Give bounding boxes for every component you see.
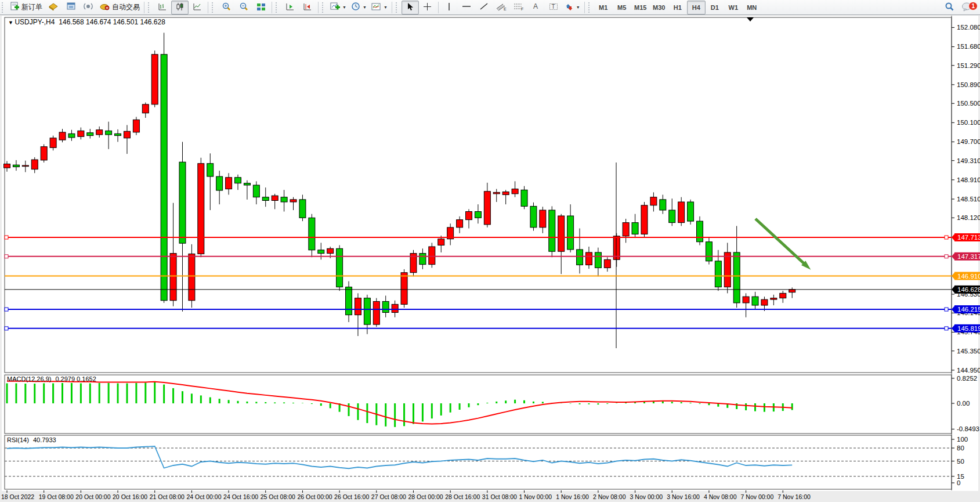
candle-body: [262, 197, 269, 201]
svg-text:18 Oct 2022: 18 Oct 2022: [1, 493, 34, 500]
candle-body: [678, 202, 685, 223]
svg-text:24 Oct 16:00: 24 Oct 16:00: [223, 493, 258, 500]
svg-text:148.510: 148.510: [957, 196, 980, 203]
svg-text:152.080: 152.080: [957, 24, 980, 31]
zoom-in-button[interactable]: [218, 1, 235, 15]
candle-body: [235, 178, 241, 183]
notifications-button[interactable]: 1: [958, 1, 975, 15]
period-button[interactable]: ▼: [349, 1, 369, 15]
main-toolbar: 新订单 自动交易: [0, 0, 980, 15]
data-window-icon: [66, 2, 76, 13]
autotrade-icon: [99, 2, 110, 13]
trendline-tool-button[interactable]: [475, 1, 493, 15]
text-tool-button[interactable]: A: [527, 1, 545, 15]
timeframe-mn-button[interactable]: MN: [743, 1, 761, 15]
bar-chart-mode-button[interactable]: [154, 1, 171, 15]
zoom-out-button[interactable]: [235, 1, 252, 15]
auto-scroll-button[interactable]: [299, 1, 316, 15]
timeframe-m15-button[interactable]: M15: [631, 1, 650, 15]
candle-body: [244, 183, 250, 185]
new-order-button[interactable]: 新订单: [8, 1, 45, 15]
data-window-button[interactable]: [62, 1, 79, 15]
candle-body: [318, 250, 324, 254]
candle-body: [632, 223, 638, 234]
candle-body: [724, 252, 731, 287]
svg-text:0: 0: [957, 479, 960, 486]
cursor-tool-button[interactable]: [402, 1, 419, 15]
candle-body: [475, 212, 481, 218]
chart-shift-button[interactable]: [281, 1, 299, 15]
candlestick-icon: [175, 2, 185, 13]
candle-body: [290, 200, 296, 202]
line-handle: [945, 236, 948, 239]
svg-text:146.628: 146.628: [957, 286, 980, 293]
candle-body: [706, 242, 712, 261]
horizontal-line-tool-button[interactable]: [458, 1, 475, 15]
line-handle: [5, 327, 8, 330]
candle-body: [604, 259, 610, 268]
candle-body: [585, 252, 592, 265]
svg-text:A: A: [533, 2, 538, 10]
timeframe-h4-button[interactable]: H4: [687, 1, 706, 15]
timeframe-d1-button[interactable]: D1: [706, 1, 724, 15]
timeframe-m1-button[interactable]: M1: [594, 1, 613, 15]
candle-body: [457, 220, 463, 227]
add-indicator-button[interactable]: ▼: [328, 1, 349, 15]
line-handle: [945, 327, 948, 330]
timeframe-h1-button[interactable]: H1: [668, 1, 687, 15]
candle-body: [549, 210, 555, 251]
price-badge: 147.317: [952, 252, 980, 261]
search-button[interactable]: [941, 1, 958, 15]
navigator-button[interactable]: [79, 1, 97, 15]
trendline-icon: [479, 2, 489, 12]
candle-body: [106, 131, 112, 135]
candlestick-mode-button[interactable]: [171, 1, 189, 15]
candle-body: [641, 205, 648, 234]
candle-body: [595, 252, 601, 268]
macd-indicator-label: MACD(12,26,9)0.2979 0.1652: [7, 375, 96, 382]
candle-body: [41, 147, 47, 160]
candle-body: [189, 254, 195, 300]
crosshair-tool-button[interactable]: [419, 1, 436, 15]
timeframe-m30-button[interactable]: M30: [650, 1, 668, 15]
svg-text:T: T: [551, 3, 555, 10]
price-badge: 145.819: [952, 324, 980, 333]
svg-text:145.819: 145.819: [957, 325, 980, 332]
svg-text:149.310: 149.310: [957, 157, 980, 164]
svg-text:7 Nov 00:00: 7 Nov 00:00: [741, 493, 774, 500]
candle-body: [207, 164, 214, 176]
candle-body: [337, 248, 343, 287]
autotrade-label: 自动交易: [112, 2, 140, 12]
svg-text:50: 50: [957, 458, 964, 465]
candle-body: [669, 210, 675, 223]
vertical-line-icon: [446, 2, 453, 13]
new-order-label: 新订单: [21, 2, 42, 12]
clock-icon: [351, 2, 360, 13]
arrows-tool-button[interactable]: ▼: [562, 1, 583, 15]
text-label-tool-button[interactable]: T: [545, 1, 562, 15]
market-watch-button[interactable]: [45, 1, 62, 15]
line-chart-mode-button[interactable]: [189, 1, 206, 15]
tile-windows-button[interactable]: [252, 1, 270, 15]
line-handle: [5, 308, 8, 311]
fibonacci-icon: F: [513, 2, 524, 13]
timeframe-m5-button[interactable]: M5: [613, 1, 631, 15]
svg-text:100: 100: [957, 436, 968, 443]
vertical-line-tool-button[interactable]: [440, 1, 458, 15]
candle-body: [733, 252, 740, 303]
svg-text:4 Nov 08:00: 4 Nov 08:00: [704, 493, 737, 500]
candle-body: [771, 298, 777, 299]
line-handle: [5, 255, 8, 258]
candle-body: [373, 301, 379, 324]
line-chart-icon: [193, 2, 202, 13]
template-button[interactable]: ▼: [369, 1, 390, 15]
autotrade-button[interactable]: 自动交易: [97, 1, 142, 15]
channel-tool-button[interactable]: E: [493, 1, 510, 15]
svg-text:7 Nov 16:00: 7 Nov 16:00: [778, 493, 811, 500]
candle-body: [697, 221, 703, 242]
chart-area[interactable]: 152.080151.680151.290150.890150.500150.1…: [0, 0, 980, 502]
timeframe-w1-button[interactable]: W1: [724, 1, 743, 15]
candle-body: [743, 297, 749, 303]
fibonacci-tool-button[interactable]: F: [510, 1, 527, 15]
candle-body: [401, 273, 407, 305]
